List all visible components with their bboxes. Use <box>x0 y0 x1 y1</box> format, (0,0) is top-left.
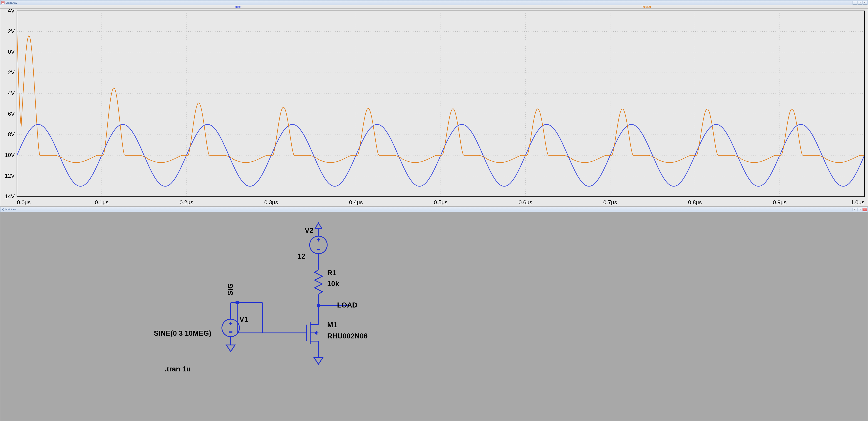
svg-text:0.7µs: 0.7µs <box>603 199 617 205</box>
trace-label-vsig[interactable]: V(sig) <box>235 5 241 8</box>
svg-text:-4V: -4V <box>6 9 15 13</box>
trace-label-vload[interactable]: V(load) <box>643 5 651 8</box>
maximize-button[interactable]: □ <box>858 1 862 4</box>
svg-text:2V: 2V <box>8 69 15 76</box>
svg-text:6V: 6V <box>8 111 15 117</box>
ground-m1[interactable] <box>314 358 323 364</box>
component-v1[interactable]: + − <box>222 319 239 352</box>
minimize-button[interactable]: − <box>852 1 857 4</box>
waveform-plot[interactable]: 14V12V10V8V6V4V2V0V-2V-4V0.0µs0.1µs0.2µs… <box>0 9 868 206</box>
svg-text:0.3µs: 0.3µs <box>265 199 278 205</box>
svg-text:0.2µs: 0.2µs <box>180 199 193 205</box>
waveform-window-title: Draft3.raw <box>5 1 17 4</box>
v1-name-label[interactable]: V1 <box>239 315 248 324</box>
spice-directive[interactable]: .tran 1u <box>165 365 190 373</box>
svg-text:10V: 10V <box>5 152 15 158</box>
svg-text:0.6µs: 0.6µs <box>519 199 532 205</box>
schematic-window-title: Draft3.asc <box>5 208 17 211</box>
svg-text:−: − <box>229 329 232 335</box>
svg-text:0.4µs: 0.4µs <box>349 199 363 205</box>
close-button[interactable]: × <box>863 1 867 4</box>
m1-model-label[interactable]: RHU002N06 <box>327 332 368 340</box>
svg-text:1.0µs: 1.0µs <box>851 199 864 205</box>
svg-text:0.1µs: 0.1µs <box>95 199 108 205</box>
m1-name-label[interactable]: M1 <box>327 321 337 329</box>
svg-text:14V: 14V <box>5 193 15 199</box>
v2-value-label[interactable]: 12 <box>298 252 306 260</box>
v1-value-label[interactable]: SINE(0 3 10MEG) <box>154 329 211 337</box>
component-r1[interactable] <box>314 264 322 305</box>
net-label-load[interactable]: LOAD <box>337 301 357 309</box>
svg-text:0.5µs: 0.5µs <box>434 199 447 205</box>
app-icon <box>1 1 4 4</box>
waveform-window: Draft3.raw − □ × V(sig) V(load) 14V12V10… <box>0 0 868 207</box>
svg-text:12V: 12V <box>5 173 15 179</box>
component-m1[interactable] <box>262 319 318 358</box>
schematic-window: Draft3.asc − □ × + − V2 12 <box>0 207 868 421</box>
waveform-canvas[interactable]: 14V12V10V8V6V4V2V0V-2V-4V0.0µs0.1µs0.2µs… <box>0 9 868 206</box>
svg-text:0.8µs: 0.8µs <box>688 199 702 205</box>
schematic-titlebar[interactable]: Draft3.asc − □ × <box>0 207 868 212</box>
r1-value-label[interactable]: 10k <box>327 280 339 288</box>
svg-text:4V: 4V <box>8 90 15 96</box>
svg-text:−: − <box>317 247 320 253</box>
schematic-canvas[interactable]: + − V2 12 R1 10k LOAD <box>0 212 868 421</box>
svg-text:8V: 8V <box>8 132 15 138</box>
svg-text:+: + <box>229 320 232 327</box>
svg-text:0V: 0V <box>8 49 15 55</box>
back-arrow-icon[interactable] <box>1 208 4 211</box>
minimize-button[interactable]: − <box>852 208 857 211</box>
maximize-button[interactable]: □ <box>858 208 862 211</box>
trace-label-row: V(sig) V(load) <box>0 5 868 9</box>
r1-name-label[interactable]: R1 <box>327 269 336 277</box>
svg-text:0.9µs: 0.9µs <box>773 199 786 205</box>
svg-text:-2V: -2V <box>6 28 15 34</box>
net-label-sig[interactable]: SIG <box>226 283 235 296</box>
v2-name-label[interactable]: V2 <box>305 227 313 234</box>
close-button[interactable]: × <box>863 208 867 211</box>
svg-text:+: + <box>317 236 320 243</box>
svg-text:0.0µs: 0.0µs <box>17 199 30 205</box>
waveform-titlebar[interactable]: Draft3.raw − □ × <box>0 0 868 5</box>
